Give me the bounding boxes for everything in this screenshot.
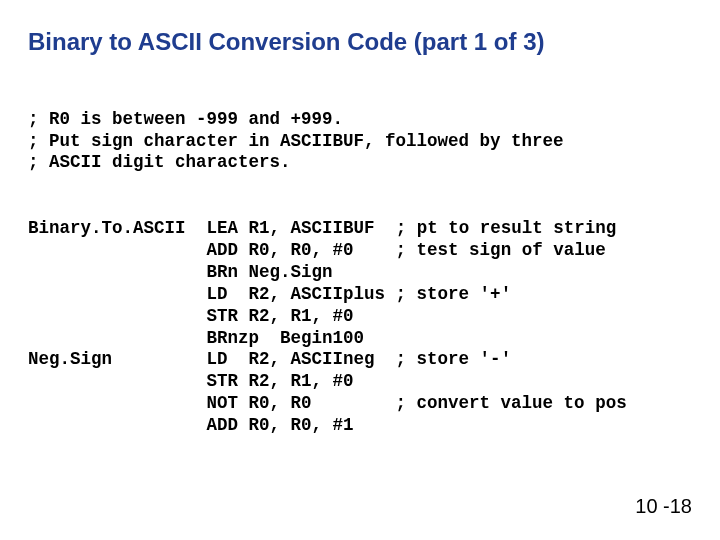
code-args: R2, ASCIIneg: [249, 349, 375, 369]
code-args: R0, R0, #0: [249, 240, 354, 260]
comment-line: ; ASCII digit characters.: [28, 152, 291, 172]
code-comment: ; pt to result string: [396, 218, 617, 238]
code-block: Binary.To.ASCII LEA R1, ASCIIBUF ; pt to…: [28, 196, 692, 437]
code-op: BRn: [207, 262, 239, 282]
code-op: STR: [207, 371, 239, 391]
code-op: LD: [207, 284, 228, 304]
code-args: Neg.Sign: [249, 262, 333, 282]
code-comment: ; store '+': [396, 284, 512, 304]
slide-title: Binary to ASCII Conversion Code (part 1 …: [28, 28, 692, 57]
comment-line: ; Put sign character in ASCIIBUF, follow…: [28, 131, 564, 151]
code-op: ADD: [207, 415, 239, 435]
code-label: Neg.Sign: [28, 349, 112, 369]
code-args: R1, ASCIIBUF: [249, 218, 375, 238]
comment-line: ; R0 is between -999 and +999.: [28, 109, 343, 129]
code-op: STR: [207, 306, 239, 326]
code-args: R2, R1, #0: [249, 371, 354, 391]
code-op: ADD: [207, 240, 239, 260]
code-comment: ; store '-': [396, 349, 512, 369]
code-args: R2, ASCIIplus: [249, 284, 386, 304]
code-op: LD: [207, 349, 228, 369]
code-comment: ; test sign of value: [396, 240, 606, 260]
page-number: 10 -18: [635, 495, 692, 518]
code-label: Binary.To.ASCII: [28, 218, 186, 238]
code-args: R2, R1, #0: [249, 306, 354, 326]
code-op: BRnzp: [207, 328, 260, 348]
code-op: NOT: [207, 393, 239, 413]
code-op: LEA: [207, 218, 239, 238]
comment-block: ; R0 is between -999 and +999. ; Put sig…: [28, 87, 692, 175]
code-comment: ; convert value to pos: [396, 393, 627, 413]
code-args: R0, R0: [249, 393, 312, 413]
code-args: Begin100: [280, 328, 364, 348]
code-args: R0, R0, #1: [249, 415, 354, 435]
